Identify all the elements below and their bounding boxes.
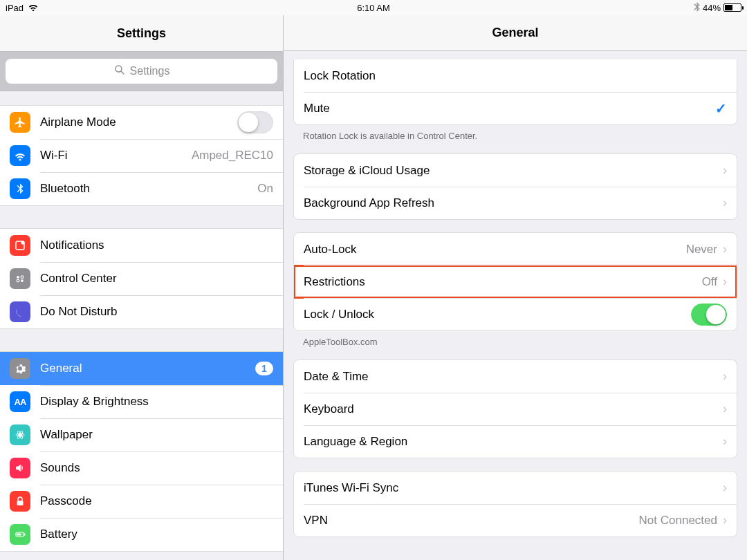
sidebar-item-bluetooth[interactable]: Bluetooth On: [0, 172, 283, 205]
wifi-value: Amped_REC10: [192, 149, 273, 162]
restrictions-value: Off: [702, 275, 717, 289]
row-auto-lock[interactable]: Auto-Lock Never ›: [294, 233, 737, 265]
row-label: iTunes Wi-Fi Sync: [304, 481, 717, 495]
detail-pane: General Lock Rotation Mute ✓ Rotation Lo…: [284, 15, 747, 560]
wifi-icon: [10, 145, 30, 166]
row-lock-unlock[interactable]: Lock / Unlock: [294, 298, 737, 330]
settings-sidebar: Settings Settings Airplane Mode: [0, 15, 284, 560]
svg-point-6: [17, 279, 19, 282]
sidebar-item-label: Display & Brightness: [40, 395, 273, 409]
svg-point-7: [21, 279, 24, 282]
sidebar-item-display[interactable]: AA Display & Brightness: [0, 385, 283, 418]
sidebar-item-wifi[interactable]: Wi-Fi Amped_REC10: [0, 139, 283, 172]
group-sync: iTunes Wi-Fi Sync › VPN Not Connected ›: [293, 471, 737, 537]
row-label: Mute: [304, 102, 715, 115]
row-date-time[interactable]: Date & Time ›: [294, 360, 737, 393]
control-center-icon: [10, 268, 30, 289]
row-lock-rotation[interactable]: Lock Rotation: [294, 59, 737, 92]
search-icon: [113, 64, 126, 79]
search-input[interactable]: Settings: [6, 59, 277, 84]
lock-unlock-toggle[interactable]: [691, 304, 727, 326]
gear-icon: [10, 358, 30, 379]
bluetooth-icon: [694, 2, 700, 14]
sidebar-item-battery[interactable]: Battery: [0, 518, 283, 551]
svg-point-0: [116, 66, 122, 72]
sidebar-item-passcode[interactable]: Passcode: [0, 485, 283, 518]
sidebar-item-label: Wi-Fi: [40, 149, 192, 162]
svg-point-4: [17, 276, 19, 279]
svg-line-1: [121, 71, 124, 74]
sidebar-title: Settings: [0, 15, 283, 51]
battery-pct: 44%: [703, 3, 721, 13]
lock-icon: [10, 491, 30, 512]
row-storage[interactable]: Storage & iCloud Usage ›: [294, 154, 737, 187]
chevron-right-icon: ›: [723, 480, 727, 495]
sidebar-item-sounds[interactable]: Sounds: [0, 451, 283, 485]
notifications-icon: [10, 235, 30, 256]
bluetooth-icon: [10, 178, 30, 199]
row-mute[interactable]: Mute ✓: [294, 92, 737, 124]
sidebar-item-label: Airplane Mode: [40, 115, 237, 129]
speaker-icon: [10, 458, 30, 478]
search-wrap: Settings: [0, 51, 283, 91]
sidebar-item-label: Control Center: [40, 272, 273, 286]
chevron-right-icon: ›: [723, 242, 727, 256]
sidebar-item-label: Passcode: [40, 494, 273, 508]
plane-icon: [10, 112, 30, 133]
row-bg-refresh[interactable]: Background App Refresh ›: [294, 187, 737, 219]
watermark: AppleToolBox.com: [303, 337, 728, 347]
sidebar-group-notifications: Notifications Control Center Do Not Dist…: [0, 228, 283, 329]
row-label: Auto-Lock: [304, 243, 686, 256]
sidebar-item-general[interactable]: General 1: [0, 352, 283, 385]
status-bar: iPad 6:10 AM 44%: [0, 0, 747, 15]
vpn-value: Not Connected: [639, 514, 717, 528]
group-datetime: Date & Time › Keyboard › Language & Regi…: [293, 360, 737, 458]
sidebar-item-label: Do Not Disturb: [40, 305, 273, 319]
sidebar-item-label: Notifications: [40, 239, 273, 252]
row-lang-region[interactable]: Language & Region ›: [294, 425, 737, 458]
wallpaper-icon: [10, 424, 30, 445]
airplane-toggle[interactable]: [237, 111, 273, 133]
row-label: Storage & iCloud Usage: [304, 164, 717, 178]
group-lock: Auto-Lock Never › Restrictions Off › Loc…: [293, 232, 737, 331]
sidebar-item-wallpaper[interactable]: Wallpaper: [0, 418, 283, 451]
device-name: iPad: [6, 3, 24, 13]
svg-rect-12: [17, 501, 24, 505]
row-keyboard[interactable]: Keyboard ›: [294, 393, 737, 425]
sidebar-item-label: Bluetooth: [40, 182, 257, 196]
group-storage: Storage & iCloud Usage › Background App …: [293, 153, 737, 220]
row-label: Background App Refresh: [304, 196, 717, 210]
row-label: Date & Time: [304, 370, 717, 384]
chevron-right-icon: ›: [723, 369, 727, 384]
row-vpn[interactable]: VPN Not Connected ›: [294, 504, 737, 536]
chevron-right-icon: ›: [723, 274, 727, 289]
sidebar-item-control-center[interactable]: Control Center: [0, 262, 283, 295]
display-icon: AA: [10, 391, 30, 412]
chevron-right-icon: ›: [723, 434, 727, 449]
row-label: Keyboard: [304, 402, 717, 416]
sidebar-item-label: Battery: [40, 528, 273, 541]
search-placeholder: Settings: [130, 65, 170, 77]
auto-lock-value: Never: [686, 243, 717, 256]
svg-rect-15: [17, 534, 21, 536]
battery-icon: [10, 524, 30, 545]
chevron-right-icon: ›: [723, 513, 727, 528]
bluetooth-value: On: [257, 182, 273, 196]
check-icon: ✓: [715, 100, 727, 117]
row-itunes-wifi[interactable]: iTunes Wi-Fi Sync ›: [294, 472, 737, 504]
svg-rect-14: [24, 534, 26, 536]
sidebar-item-label: Wallpaper: [40, 428, 273, 442]
side-switch-note: Rotation Lock is available in Control Ce…: [303, 131, 728, 141]
row-label: VPN: [304, 514, 639, 528]
svg-point-3: [21, 241, 24, 245]
sidebar-item-airplane[interactable]: Airplane Mode: [0, 106, 283, 139]
svg-point-5: [21, 276, 24, 279]
sidebar-item-dnd[interactable]: Do Not Disturb: [0, 295, 283, 328]
sidebar-group-connectivity: Airplane Mode Wi-Fi Amped_REC10 Bluetoot…: [0, 105, 283, 206]
general-badge: 1: [255, 362, 273, 375]
sidebar-group-general: General 1 AA Display & Brightness Wallpa…: [0, 351, 283, 552]
sidebar-item-notifications[interactable]: Notifications: [0, 229, 283, 262]
row-restrictions[interactable]: Restrictions Off ›: [294, 265, 737, 298]
chevron-right-icon: ›: [723, 196, 727, 210]
row-label: Restrictions: [304, 275, 702, 289]
